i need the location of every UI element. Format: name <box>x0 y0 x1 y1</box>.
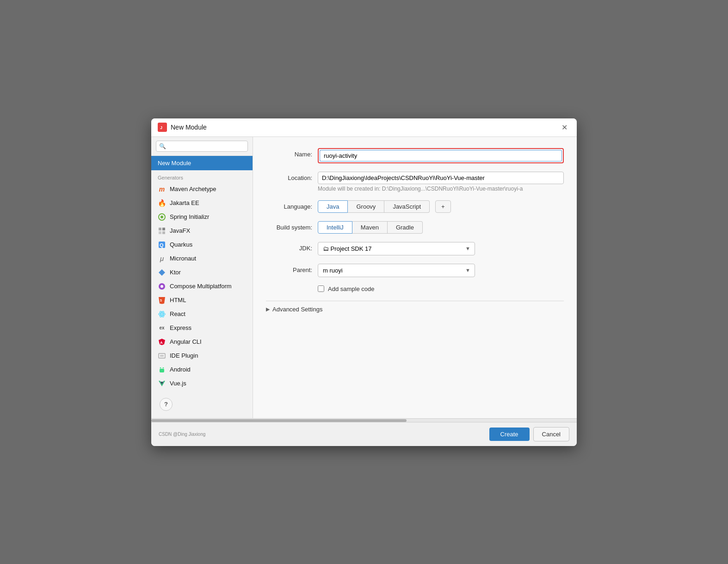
advanced-settings-header[interactable]: ▶ Advanced Settings <box>266 301 564 317</box>
horizontal-scrollbar[interactable] <box>151 418 577 422</box>
svg-rect-22 <box>160 355 164 357</box>
location-hint: Module will be created in: D:\DingJiaxio… <box>318 186 564 192</box>
cancel-button[interactable]: Cancel <box>533 427 569 441</box>
watermark-text: CSDN @Ding Jiaxiong <box>159 432 205 437</box>
micronaut-icon: μ <box>158 254 166 263</box>
build-gradle-btn[interactable]: Gradle <box>388 221 423 234</box>
sidebar-item-label: Compose Multiplatform <box>170 283 232 290</box>
scrollbar-thumb[interactable] <box>151 419 407 422</box>
location-row: Location: Module will be created in: D:\… <box>266 172 564 192</box>
sidebar-item-android[interactable]: Android <box>151 363 253 377</box>
build-intellij-btn[interactable]: IntelliJ <box>318 221 352 234</box>
sidebar-item-ktor[interactable]: Ktor <box>151 266 253 279</box>
sidebar-item-html[interactable]: 5 HTML <box>151 293 253 307</box>
jdk-row: JDK: 🗂 Project SDK 17 ▼ <box>266 242 564 255</box>
new-module-dialog: J New Module ✕ New Module Generators m M… <box>151 118 577 446</box>
language-javascript-btn[interactable]: JavaScript <box>384 200 430 213</box>
build-system-row: Build system: IntelliJ Maven Gradle <box>266 221 564 234</box>
jdk-select[interactable]: 🗂 Project SDK 17 <box>318 242 475 255</box>
app-icon: J <box>158 123 167 132</box>
language-btn-group: Java Groovy JavaScript <box>318 200 430 213</box>
name-label: Name: <box>266 148 312 158</box>
language-add-btn[interactable]: + <box>435 200 451 213</box>
sidebar-item-vuejs[interactable]: Vue.js <box>151 377 253 390</box>
sidebar-selected-item[interactable]: New Module <box>151 156 253 170</box>
express-icon: ex <box>158 324 166 332</box>
dialog-footer: CSDN @Ding Jiaxiong Create Cancel <box>151 422 577 446</box>
name-input-primary[interactable] <box>320 150 403 161</box>
build-system-control: IntelliJ Maven Gradle <box>318 221 564 234</box>
name-row: Name: <box>266 148 564 163</box>
sidebar-item-compose-multiplatform[interactable]: Compose Multiplatform <box>151 279 253 293</box>
android-icon <box>158 366 166 374</box>
name-control <box>318 148 564 163</box>
sidebar-item-label: Android <box>170 366 191 373</box>
build-maven-btn[interactable]: Maven <box>352 221 388 234</box>
parent-control: m ruoyi ▼ <box>318 264 564 277</box>
help-area: ? <box>151 390 253 418</box>
sidebar-item-label: HTML <box>170 297 186 304</box>
sidebar-item-label: Express <box>170 324 191 331</box>
language-groovy-btn[interactable]: Groovy <box>348 200 384 213</box>
sidebar-item-jakarta-ee[interactable]: 🔥 Jakarta EE <box>151 196 253 210</box>
sidebar-item-spring-initializr[interactable]: Spring Initializr <box>151 210 253 224</box>
search-input[interactable] <box>156 141 248 152</box>
jakarta-ee-icon: 🔥 <box>158 199 166 207</box>
sidebar-item-label: Spring Initializr <box>170 213 209 220</box>
javafx-icon <box>158 227 166 235</box>
build-system-label: Build system: <box>266 221 312 231</box>
create-button[interactable]: Create <box>489 428 530 441</box>
location-input[interactable] <box>318 172 564 184</box>
sample-code-checkbox[interactable] <box>318 285 324 292</box>
location-label: Location: <box>266 172 312 181</box>
sidebar-item-maven-archetype[interactable]: m Maven Archetype <box>151 182 253 196</box>
svg-point-18 <box>161 313 163 315</box>
advanced-settings-label: Advanced Settings <box>272 306 322 313</box>
main-content: Name: Location: Module will be created i… <box>253 137 577 418</box>
sidebar-item-label: JavaFX <box>170 227 190 234</box>
svg-text:5: 5 <box>160 299 162 302</box>
title-bar: J New Module ✕ <box>151 118 577 137</box>
sidebar-items-list: m Maven Archetype 🔥 Jakarta EE Spring In… <box>151 182 253 390</box>
sidebar-item-ide-plugin[interactable]: IDE Plugin <box>151 349 253 363</box>
name-input-secondary[interactable] <box>403 150 562 161</box>
compose-icon <box>158 282 166 291</box>
language-control: Java Groovy JavaScript + <box>318 200 564 213</box>
sidebar-item-angular-cli[interactable]: A Angular CLI <box>151 335 253 349</box>
spring-initializr-icon <box>158 213 166 221</box>
sample-code-row: Add sample code <box>266 285 564 292</box>
svg-text:Q: Q <box>160 242 164 248</box>
search-area <box>151 137 253 156</box>
help-button[interactable]: ? <box>160 398 173 411</box>
sample-code-label[interactable]: Add sample code <box>328 285 374 292</box>
quarkus-icon: Q <box>158 241 166 249</box>
svg-rect-7 <box>162 231 165 234</box>
advanced-settings-section: ▶ Advanced Settings <box>266 301 564 317</box>
language-label: Language: <box>266 200 312 210</box>
sidebar-item-label: Angular CLI <box>170 338 202 345</box>
svg-rect-4 <box>159 228 161 230</box>
sidebar-item-react[interactable]: React <box>151 307 253 321</box>
jdk-select-wrapper: 🗂 Project SDK 17 ▼ <box>318 242 475 255</box>
svg-line-26 <box>160 367 160 368</box>
sidebar-item-micronaut[interactable]: μ Micronaut <box>151 252 253 266</box>
ide-plugin-icon <box>158 352 166 360</box>
svg-rect-5 <box>162 228 165 230</box>
sidebar-item-javafx[interactable]: JavaFX <box>151 224 253 238</box>
jdk-label: JDK: <box>266 242 312 252</box>
generators-label: Generators <box>151 170 253 182</box>
language-java-btn[interactable]: Java <box>318 200 348 213</box>
svg-text:A: A <box>160 341 163 345</box>
sidebar-item-label: React <box>170 310 185 317</box>
maven-archetype-icon: m <box>158 185 166 193</box>
svg-text:J: J <box>160 125 162 130</box>
sidebar-item-label: IDE Plugin <box>170 352 198 359</box>
sidebar-item-quarkus[interactable]: Q Quarkus <box>151 238 253 252</box>
sidebar-item-express[interactable]: ex Express <box>151 321 253 335</box>
sidebar-item-label: Micronaut <box>170 255 196 262</box>
build-btn-group: IntelliJ Maven Gradle <box>318 221 564 234</box>
close-button[interactable]: ✕ <box>559 122 570 133</box>
parent-select[interactable]: m ruoyi <box>318 264 475 277</box>
advanced-chevron-icon: ▶ <box>266 306 270 312</box>
vuejs-icon <box>158 379 166 388</box>
